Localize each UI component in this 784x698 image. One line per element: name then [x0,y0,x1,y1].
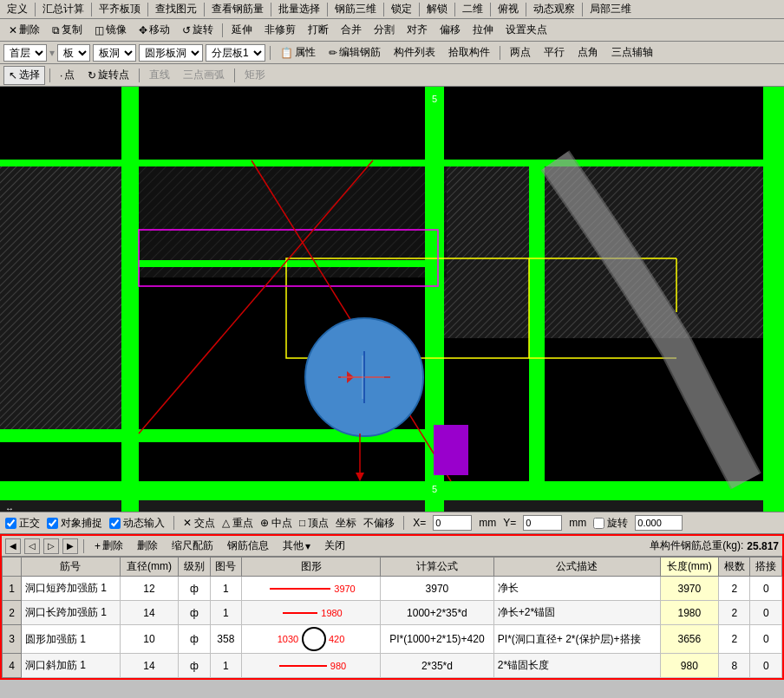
snap-toggle[interactable]: 对象捕捉 [47,516,102,531]
rebar-table-container[interactable]: 筋号 直径(mm) 级别 图号 图形 计算公式 公式描述 长度(mm) 根数 搭… [2,557,782,678]
others-button[interactable]: 其他 ▾ [278,537,316,556]
table-row[interactable]: 2 洞口长跨加强筋 1 14 ф 1 1980 1000+2*35*d 净长+2… [3,601,782,625]
row-shape-num: 1 [210,601,241,625]
menu-calc[interactable]: 汇总计算 [39,1,88,17]
cursor-icon: ↖ [9,69,17,82]
col-shape-num: 图号 [210,558,241,577]
svg-text:5: 5 [432,94,437,104]
menu-rebar-3d[interactable]: 钢筋三维 [331,1,380,17]
table-row[interactable]: 1 洞口短跨加强筋 1 12 ф 1 3970 3970 净长 3970 2 0 [3,577,782,601]
rotate-toggle[interactable]: 旋转 [593,516,628,531]
type-select[interactable]: 板 [57,44,90,62]
rotate-checkbox[interactable] [593,518,604,529]
svg-rect-13 [763,87,784,512]
row-overlap: 0 [750,601,782,625]
rebar-info-button[interactable]: 钢筋信息 [222,537,274,556]
split-button[interactable]: 分割 [369,21,400,40]
table-row[interactable]: 4 洞口斜加筋 1 14 ф 1 980 2*35*d 2*锚固长度 980 8… [3,654,782,678]
x-input[interactable] [433,515,472,531]
sep1 [35,3,36,16]
y-label: Y= [503,517,516,529]
menu-unlock[interactable]: 解锁 [423,1,451,17]
sep12 [582,3,583,16]
row-desc: 净长+2*锚固 [493,601,660,625]
scale-rebar-button[interactable]: 缩尺配筋 [167,537,219,556]
row-formula: 1000+2*35*d [381,601,494,625]
grip-button[interactable]: 设置夹点 [500,21,552,40]
y-input[interactable] [523,515,562,531]
rotate-point-button[interactable]: ↻ 旋转点 [82,66,134,85]
menu-align-top[interactable]: 平齐板顶 [95,1,144,17]
move-button[interactable]: ✥ 移动 [134,21,175,40]
detail-select[interactable]: 圆形板洞 [139,44,203,62]
parallel-button[interactable]: 平行 [539,43,570,62]
two-point-button[interactable]: 两点 [505,43,536,62]
menu-batch-select[interactable]: 批量选择 [275,1,323,17]
layer-select[interactable]: 分层板1 [206,44,265,62]
property-button[interactable]: 📋 属性 [275,43,321,62]
menu-top-view[interactable]: 俯视 [494,1,522,17]
sep8 [419,3,420,16]
subtype-select[interactable]: 板洞 [93,44,136,62]
rotate-input[interactable] [635,515,683,531]
del-row-button[interactable]: 删除 [132,537,163,556]
dynamic-input-toggle[interactable]: 动态输入 [109,516,165,531]
rect-button[interactable]: 矩形 [239,66,271,85]
table-row[interactable]: 3 圆形加强筋 1 10 ф 358 1030 420 PI*(1000+2*1… [3,625,782,654]
canvas-area[interactable]: 5 5 2 ↔ [0,87,784,512]
row-grade: ф [179,601,210,625]
menu-local-3d[interactable]: 局部三维 [586,1,635,17]
nav-last-button[interactable]: ▶ [62,538,78,554]
intersection-icon: ✕ [183,517,192,529]
component-list-button[interactable]: 构件列表 [389,43,441,62]
edit-rebar-button[interactable]: ✏ 编辑钢筋 [323,43,386,62]
y-unit: mm [569,517,586,529]
row-formula: 3970 [381,577,494,601]
mirror-button[interactable]: ◫ 镜像 [89,21,132,40]
pick-component-button[interactable]: 拾取构件 [443,43,495,62]
point-button[interactable]: · 点 [55,66,80,85]
svg-rect-16 [0,160,784,166]
row-formula: PI*(1000+2*15)+420 [381,625,494,654]
stretch-button[interactable]: 拉伸 [467,21,499,40]
select-button[interactable]: ↖ 选择 [3,66,45,85]
row-shape: 1980 [242,601,381,625]
line-button[interactable]: 直线 [144,66,175,85]
menu-2d[interactable]: 二维 [459,1,487,17]
delete-button[interactable]: ✕ 删除 [3,21,45,40]
copy-button[interactable]: ⧉ 复制 [47,21,88,40]
snap-checkbox[interactable] [47,518,58,529]
svg-rect-14 [529,165,545,494]
offset-button[interactable]: 偏移 [434,21,466,40]
menu-find[interactable]: 查找图元 [152,1,200,17]
row-desc: PI*(洞口直径+ 2*(保护层)+搭接 [493,625,660,654]
rotate-button[interactable]: ↺ 旋转 [177,21,219,40]
menu-lock[interactable]: 锁定 [388,1,415,17]
svg-text:↔: ↔ [5,504,14,512]
dynamic-input-checkbox[interactable] [109,518,121,529]
nav-next-button[interactable]: ▷ [43,538,59,554]
ortho-checkbox[interactable] [5,518,16,529]
trim-button[interactable]: 非修剪 [259,21,301,40]
extend-button[interactable]: 延伸 [226,21,258,40]
cad-canvas: 5 5 2 ↔ [0,87,784,512]
ortho-toggle[interactable]: 正交 [5,516,40,531]
merge-button[interactable]: 合并 [336,21,367,40]
menu-dynamic[interactable]: 动态观察 [530,1,578,17]
break-button[interactable]: 打断 [303,21,334,40]
row-length: 1980 [660,601,718,625]
floor-select[interactable]: 首层 [3,44,47,62]
menu-view-rebar[interactable]: 查看钢筋量 [208,1,267,17]
arc-button[interactable]: 三点画弧 [178,66,230,85]
close-panel-button[interactable]: 关闭 [319,537,350,556]
three-point-button[interactable]: 三点辅轴 [606,43,658,62]
rotate-label: 旋转 [607,516,628,531]
align-button[interactable]: 对齐 [402,21,433,40]
insert-button[interactable]: + 删除 [89,537,128,556]
menu-define[interactable]: 定义 [3,1,31,17]
tb3-sep3 [234,68,235,82]
col-desc: 公式描述 [493,558,660,577]
angle-point-button[interactable]: 点角 [572,43,604,62]
nav-first-button[interactable]: ◀ [5,538,21,554]
nav-prev-button[interactable]: ◁ [24,538,40,554]
